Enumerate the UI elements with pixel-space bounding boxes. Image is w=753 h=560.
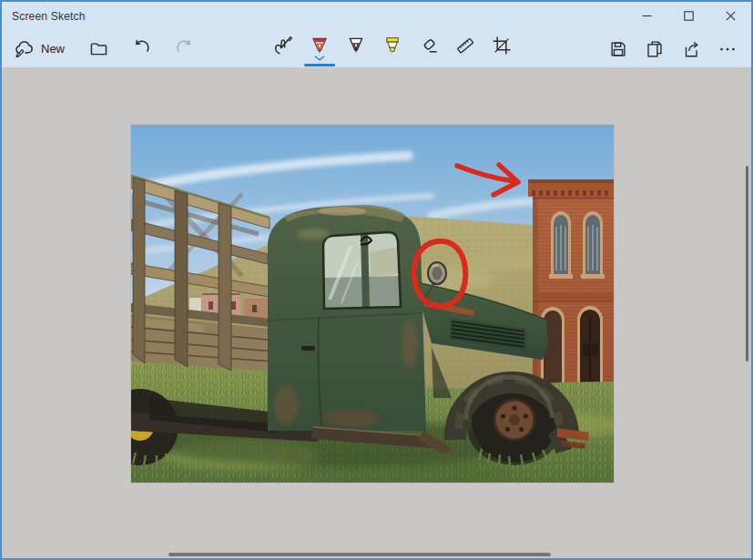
toolbar-right-group [600, 33, 751, 66]
save-icon [608, 39, 628, 59]
share-button[interactable] [673, 33, 709, 66]
window-title: Screen Sketch [2, 10, 86, 23]
selected-tool-indicator [304, 64, 335, 66]
more-icon [717, 39, 738, 59]
undo-icon [131, 38, 152, 59]
save-button[interactable] [600, 33, 636, 66]
copy-button[interactable] [636, 33, 673, 66]
more-button[interactable] [709, 33, 746, 66]
ballpoint-pen-icon [309, 35, 331, 56]
tool-crop[interactable] [483, 30, 520, 67]
new-sketch-icon [13, 38, 35, 60]
minimize-button[interactable] [626, 2, 667, 30]
new-button-label: New [41, 42, 65, 56]
tool-pencil[interactable] [338, 30, 374, 67]
open-folder-icon [88, 38, 109, 59]
close-button[interactable] [709, 2, 751, 30]
minimize-icon [642, 11, 652, 21]
redo-button[interactable] [168, 33, 200, 66]
touch-writing-icon [272, 35, 294, 56]
open-file-button[interactable] [83, 33, 115, 66]
undo-button[interactable] [126, 33, 158, 66]
titlebar: Screen Sketch [2, 2, 751, 30]
toolbar: New [2, 30, 751, 67]
ruler-icon [454, 35, 476, 56]
app-window: Screen Sketch New [0, 0, 753, 560]
chevron-down-icon [314, 56, 325, 61]
tool-highlighter[interactable] [374, 30, 411, 67]
annotated-photo [131, 125, 614, 483]
eraser-icon [418, 35, 440, 56]
sketch-canvas[interactable] [2, 67, 751, 558]
highlighter-icon [382, 35, 403, 56]
maximize-button[interactable] [667, 2, 709, 30]
copy-icon [645, 39, 665, 59]
share-icon [681, 39, 701, 59]
maximize-icon [684, 11, 694, 21]
tool-touch-writing[interactable] [265, 30, 301, 67]
tool-eraser[interactable] [411, 30, 447, 67]
redo-icon [174, 38, 195, 59]
close-icon [726, 11, 736, 21]
pencil-icon [345, 35, 367, 56]
crop-icon [491, 35, 513, 56]
tools-group [265, 30, 520, 67]
caption-buttons [626, 2, 751, 30]
tool-ballpoint-pen[interactable] [301, 30, 338, 67]
new-sketch-button[interactable]: New [11, 33, 72, 66]
toolbar-left-group: New [2, 33, 200, 66]
photo-scene [131, 125, 614, 483]
vertical-scrollbar-thumb[interactable] [746, 166, 748, 361]
tool-ruler[interactable] [447, 30, 483, 67]
horizontal-scrollbar-thumb[interactable] [168, 553, 551, 556]
